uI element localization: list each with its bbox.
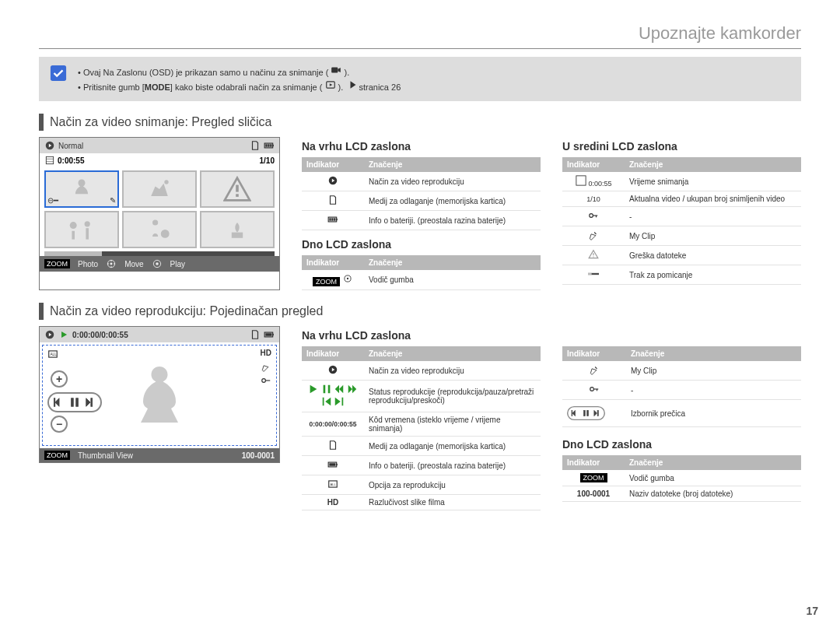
table-top-lcd: IndikatorZnačenje Način za video reprodu… [302, 157, 541, 230]
table-row: 0:00:55Vrijeme snimanja [562, 172, 801, 191]
svg-marker-79 [325, 398, 331, 406]
table-row: Medij za odlaganje (memorijska kartica) [302, 437, 541, 456]
battery-icon [327, 214, 338, 225]
svg-rect-92 [583, 410, 585, 416]
svg-marker-80 [335, 398, 341, 406]
thumbnail-grid: ⊖━ ✎ [40, 167, 279, 251]
transport-controls[interactable] [47, 392, 102, 412]
rec-time: 0:00:55 [58, 156, 84, 165]
table-row: 1/10Aktualna video / ukupan broj snimlje… [562, 191, 801, 207]
table-row: ALLOpcija za reprodukciju [302, 475, 541, 495]
section2-row: 0:00:00/0:00:55 ALL HD + − ZOOM Thumbnai… [39, 326, 801, 510]
section-single-heading: Način za video reprodukciju: Pojedinačan… [39, 303, 801, 320]
myclip-icon [588, 230, 599, 240]
svg-rect-40 [331, 218, 333, 221]
svg-marker-94 [594, 410, 597, 416]
page-number: 17 [806, 605, 818, 617]
thumbnail-item[interactable]: ⊖━ ✎ [44, 170, 119, 208]
svg-marker-74 [335, 385, 339, 394]
svg-rect-78 [322, 398, 324, 406]
page-title: Upoznajte kamkorder [39, 23, 801, 49]
thumbnail-item[interactable] [200, 211, 275, 248]
note-text: • Ovaj Na Zaslonu (OSD) je prikazan samo… [78, 65, 401, 93]
myclip-icon [589, 364, 600, 375]
svg-rect-84 [329, 463, 335, 466]
scroll-bar[interactable] [44, 251, 275, 256]
svg-rect-12 [270, 144, 271, 147]
svg-rect-65 [72, 398, 74, 407]
thumbnail-item[interactable] [200, 170, 275, 208]
svg-point-43 [347, 278, 348, 279]
table-row: Način za video reprodukciju [302, 361, 541, 381]
table-row: ZOOMVodič gumba [562, 470, 801, 486]
sd-card-icon [250, 140, 261, 151]
svg-rect-52 [588, 273, 592, 275]
pause-icon[interactable] [68, 395, 82, 409]
table-right-top: IndikatorZnačenje My Clip - Izbornik pre… [562, 346, 801, 427]
svg-rect-66 [76, 398, 79, 407]
thumbnail-item[interactable] [44, 211, 119, 248]
time-code: 0:00:00/0:00:55 [72, 331, 128, 339]
table-center-lcd: IndikatorZnačenje 0:00:55Vrijeme snimanj… [562, 157, 801, 285]
svg-point-87 [590, 388, 594, 391]
svg-rect-57 [273, 334, 274, 335]
thumbnail-item[interactable] [122, 170, 197, 208]
playback-mode-icon [327, 175, 338, 186]
battery-icon [264, 140, 275, 151]
lcd-bottom-bar: ZOOM Thumbnail View 100-0001 [40, 448, 279, 462]
film-icon [576, 175, 586, 186]
svg-rect-41 [334, 218, 335, 221]
section1-right-col: U sredini LCD zaslona IndikatorZnačenje … [562, 137, 801, 290]
svg-rect-11 [268, 144, 269, 147]
rew-icon [334, 384, 345, 395]
table-row: Greška datoteke [562, 246, 801, 265]
svg-rect-95 [597, 410, 598, 416]
svg-point-50 [593, 256, 593, 257]
key-icon: ⊖━ [47, 196, 58, 205]
lcd-single-view: 0:00:00/0:00:55 ALL HD + − ZOOM Thumbnai… [39, 326, 280, 463]
svg-point-21 [70, 222, 77, 229]
skip-prev-icon [321, 396, 332, 407]
svg-marker-4 [329, 83, 332, 86]
sub-heading: Dno LCD zaslona [562, 438, 801, 451]
section2-right-col: IndikatorZnačenje My Clip - Izbornik pre… [562, 326, 801, 502]
check-icon [50, 65, 67, 82]
key-icon [261, 375, 271, 386]
svg-marker-77 [352, 385, 356, 394]
svg-rect-58 [265, 333, 271, 336]
zoom-in-button[interactable]: + [51, 370, 68, 388]
next-icon[interactable] [83, 395, 97, 409]
zoom-out-button[interactable]: − [51, 416, 68, 433]
table-row: Način za video reprodukciju [302, 172, 541, 191]
battery-icon [327, 459, 338, 470]
svg-point-61 [262, 379, 266, 383]
warning-icon [223, 175, 251, 203]
svg-point-24 [152, 219, 158, 225]
svg-point-16 [164, 180, 168, 184]
sd-card-icon [327, 195, 338, 205]
prev-icon[interactable] [52, 395, 66, 409]
section2-middle-col: Na vrhu LCD zaslona IndikatorZnačenje Na… [302, 326, 541, 510]
table-row: Trak za pomicanje [562, 265, 801, 285]
svg-point-45 [590, 214, 593, 218]
table-row: Info o bateriji. (preostala razina bater… [302, 211, 541, 230]
ffwd-icon [347, 384, 358, 395]
hd-badge: HD [261, 349, 271, 357]
svg-rect-72 [323, 385, 325, 394]
svg-rect-64 [54, 398, 55, 407]
svg-rect-20 [72, 231, 75, 240]
ok-dot-icon [152, 258, 163, 269]
svg-rect-44 [576, 176, 585, 185]
thumbnail-item[interactable] [122, 211, 197, 248]
shortcut-menu-icon [567, 406, 605, 420]
bottom-move-label: Move [124, 260, 143, 268]
svg-marker-63 [55, 398, 59, 407]
zoom-chip: ZOOM [44, 451, 70, 460]
svg-point-25 [161, 230, 170, 238]
play-all-icon: ALL [47, 349, 58, 360]
playback-mode-icon [44, 329, 55, 340]
play-icon [58, 329, 69, 340]
pause-icon [321, 384, 332, 395]
table-row: Info o bateriji. (preostala razina bater… [302, 456, 541, 475]
table-row: - [562, 381, 801, 400]
